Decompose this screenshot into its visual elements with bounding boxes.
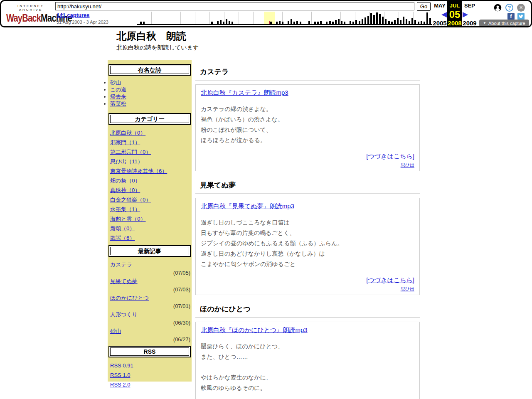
recent-posts-list: カステラ (07/05) 見果てぬ夢 (07/03) ほのかにひとつ (07/0… xyxy=(108,260,192,343)
category-link[interactable]: 邪宗門（1） xyxy=(108,138,192,147)
recent-post-link[interactable]: カステラ xyxy=(108,260,192,269)
recent-posts-title: 最新記事 xyxy=(110,247,189,255)
poem-text: 罌粟ひらく、ほのかにひとつ、 また、ひとつ…… やはらかな麦生のなかに、 軟風の… xyxy=(201,341,414,393)
article-category-link[interactable]: 思ひ出 xyxy=(401,286,414,291)
page-subtitle: 北原白秋の詩を朗読しています xyxy=(116,44,199,52)
categories-header: カテゴリー xyxy=(108,113,191,125)
article-title: カステラ xyxy=(195,64,420,81)
rss-20-link[interactable]: RSS 2.0 xyxy=(108,380,192,389)
rss-list: RSS 0.91 RSS 1.0 RSS 2.0 xyxy=(108,361,192,389)
facebook-icon[interactable]: f xyxy=(507,13,515,20)
toolbar-inner: INTERNET ARCHIVE WayBackMachine Go 141 c… xyxy=(1,1,531,26)
help-icon[interactable]: ? xyxy=(505,4,513,12)
recent-posts-header: 最新記事 xyxy=(108,245,191,257)
famous-poems-header: 有名な詩 xyxy=(108,64,191,76)
mp3-link[interactable]: 北原白秋『ほのかにひとつ』朗読mp3 xyxy=(201,326,308,333)
poem-text: カステラの縁の渋さよな。 褐色（かばいろ）の渋さよな。 粉のこぼれが眼について、… xyxy=(201,104,414,145)
read-more-link[interactable]: [つづきはこちら] xyxy=(366,276,414,283)
category-link[interactable]: 思ひ出（11） xyxy=(108,157,192,166)
capture-date-range: 31 Aug 2003 - 3 Apr 2023 xyxy=(57,20,108,25)
rss-title: RSS xyxy=(110,347,189,356)
prev-year-label[interactable]: 2005 xyxy=(433,20,446,26)
sidebar-link-sunayama[interactable]: 砂山 xyxy=(110,79,121,86)
current-year-label: 2008 xyxy=(448,20,461,26)
wayback-toolbar: INTERNET ARCHIVE WayBackMachine Go 141 c… xyxy=(0,0,532,27)
recent-post-link[interactable]: 見果てぬ夢 xyxy=(108,277,192,286)
caret-down-icon: ▼ xyxy=(483,21,486,25)
close-icon[interactable]: ✕ xyxy=(517,4,525,12)
famous-poems-list: 砂山 この道 帰去来 落葉松 xyxy=(103,79,192,107)
recent-post-item: ほのかにひとつ (07/01) xyxy=(108,293,192,310)
twitter-icon[interactable] xyxy=(517,13,525,20)
rss-10-link[interactable]: RSS 1.0 xyxy=(108,370,192,380)
article-title: 見果てぬ夢 xyxy=(195,178,420,194)
list-item: この道 xyxy=(110,86,192,93)
category-link[interactable]: 東京景物詩及其他（6） xyxy=(108,166,192,176)
list-item: 落葉松 xyxy=(110,100,192,107)
prev-capture-arrow-icon[interactable]: ◀ xyxy=(432,9,447,20)
next-capture-arrow-icon[interactable]: ▶ xyxy=(462,9,477,20)
article-category-link[interactable]: 思ひ出 xyxy=(401,163,414,167)
account-icon[interactable] xyxy=(494,4,502,12)
list-item: 帰去来 xyxy=(110,93,192,100)
recent-post-item: カステラ (07/05) xyxy=(108,260,192,277)
recent-post-link[interactable]: ほのかにひとつ xyxy=(108,293,192,302)
recent-post-link[interactable]: 人形つくり xyxy=(108,310,192,319)
recent-post-date: (06/30) xyxy=(108,319,192,327)
mp3-link[interactable]: 北原白秋『見果てぬ夢』朗読mp3 xyxy=(201,202,294,209)
internet-archive-label: INTERNET ARCHIVE xyxy=(6,2,55,12)
prev-month-label: MAY xyxy=(434,1,446,9)
sidebar-link-kikyorai[interactable]: 帰去来 xyxy=(110,94,126,100)
prev-month-column: MAY ◀ 2005 xyxy=(432,1,447,26)
category-link[interactable]: 畑の祭（0） xyxy=(108,176,192,185)
about-this-capture-label: About this capture xyxy=(488,21,525,26)
category-link[interactable]: 水墨集（1） xyxy=(108,204,192,214)
url-input[interactable] xyxy=(55,2,414,10)
capture-timeline[interactable] xyxy=(137,12,432,25)
timeline-current-tick xyxy=(269,21,270,24)
next-month-label: SEP xyxy=(464,1,475,9)
current-day-label: 05 xyxy=(449,9,461,20)
main-content: カステラ 北原白秋『カステラ』朗読mp3 カステラの縁の渋さよな。 褐色（かばい… xyxy=(195,64,420,399)
article-box: 北原白秋『カステラ』朗読mp3 カステラの縁の渋さよな。 褐色（かばいろ）の渋さ… xyxy=(195,84,420,171)
sidebar: 有名な詩 砂山 この道 帰去来 落葉松 カテゴリー 北原白秋（0） 邪宗門（1）… xyxy=(108,60,192,382)
category-link[interactable]: 新頌（0） xyxy=(108,224,192,233)
recent-post-date: (06/27) xyxy=(108,335,192,343)
recent-post-link[interactable]: 砂山 xyxy=(108,327,192,335)
article-title: ほのかにひとつ xyxy=(195,302,420,318)
article-box: 北原白秋『見果てぬ夢』朗読mp3 過ぎし日のしづこころなき口笛は 日もすがら葦の… xyxy=(195,198,420,295)
current-month-column: JUL 05 2008 xyxy=(447,1,462,26)
wayback-wordmark: WayBackMachine xyxy=(6,12,49,24)
read-more-link[interactable]: [つづきはこちら] xyxy=(366,153,414,160)
sidebar-link-konomichi[interactable]: この道 xyxy=(110,86,127,93)
category-link[interactable]: 白金之独楽（0） xyxy=(108,195,192,204)
mp3-link[interactable]: 北原白秋『カステラ』朗読mp3 xyxy=(201,89,288,96)
category-link[interactable]: 海豹と雲（0） xyxy=(108,214,192,224)
category-link[interactable]: 歌謡（6） xyxy=(108,233,192,243)
go-button[interactable]: Go xyxy=(417,2,431,11)
categories-title: カテゴリー xyxy=(110,115,189,123)
wayback-wordmark-red: WayBack xyxy=(6,12,41,24)
next-year-label[interactable]: 2009 xyxy=(463,20,476,26)
wayback-machine-logo[interactable]: INTERNET ARCHIVE WayBackMachine xyxy=(6,2,55,22)
article-box: 北原白秋『ほのかにひとつ』朗読mp3 罌粟ひらく、ほのかにひとつ、 また、ひとつ… xyxy=(195,322,420,399)
category-link[interactable]: 第二邪宗門（0） xyxy=(108,147,192,157)
about-this-capture[interactable]: ▼ About this capture xyxy=(479,20,529,26)
recent-post-item: 砂山 (06/27) xyxy=(108,327,192,343)
recent-post-date: (07/05) xyxy=(108,269,192,277)
next-month-column: SEP ▶ 2009 xyxy=(462,1,477,26)
rss-header: RSS xyxy=(108,346,191,357)
famous-poems-title: 有名な詩 xyxy=(110,66,189,74)
recent-post-date: (07/01) xyxy=(108,302,192,310)
category-link[interactable]: 北原白秋（0） xyxy=(108,128,192,138)
rss-091-link[interactable]: RSS 0.91 xyxy=(108,361,192,370)
poem-text: 過ぎし日のしづこころなき口笛は 日もすがら葦の片葉の鳴るごとく、 ジプシイの昼の… xyxy=(201,217,414,269)
category-link[interactable]: 真珠抄（0） xyxy=(108,185,192,195)
recent-post-item: 人形つくり (06/30) xyxy=(108,310,192,327)
capture-month-nav: MAY ◀ 2005 JUL 05 2008 SEP ▶ 2009 xyxy=(432,1,477,26)
captures-link[interactable]: 141 captures xyxy=(57,12,90,18)
page-title: 北原白秋 朗読 xyxy=(116,30,186,43)
sidebar-link-karamatsu[interactable]: 落葉松 xyxy=(110,101,126,107)
current-month-label: JUL xyxy=(450,1,460,9)
list-item: 砂山 xyxy=(110,79,192,86)
